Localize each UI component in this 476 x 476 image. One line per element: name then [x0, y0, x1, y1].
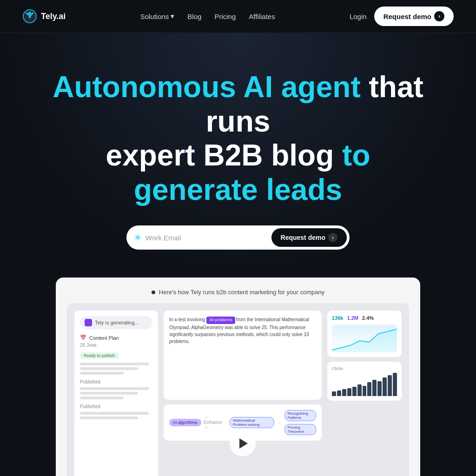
content-plan-date: 26 June — [80, 343, 152, 348]
bar — [332, 391, 336, 396]
email-input[interactable] — [145, 234, 268, 242]
svg-point-3 — [32, 13, 33, 14]
center-panel: In a test involving 30 problems from the… — [164, 311, 322, 476]
stat-136k: 136k — [332, 315, 343, 321]
bar — [357, 384, 362, 396]
mini-chart — [332, 324, 397, 352]
logo[interactable]: Tely.ai — [22, 9, 66, 24]
hero-headline: Autonomous AI agent that runs expert B2B… — [52, 70, 424, 207]
tely-generating-indicator: Tely is generating... — [80, 316, 152, 329]
bar — [372, 380, 377, 396]
bar — [383, 377, 387, 396]
bar — [337, 390, 341, 397]
clicks-card: Clicks — [327, 362, 402, 401]
nav-affiliates[interactable]: Affiliates — [249, 13, 275, 20]
flow-node-patterns: Recognizing Patterns — [284, 410, 316, 421]
skeleton — [80, 372, 124, 375]
flow-node-theorems: Proving Theorems — [284, 424, 316, 435]
arrow-icon: › — [434, 11, 444, 21]
flow-node-math: Mathematical Problem-solving — [230, 417, 274, 428]
svg-marker-4 — [332, 329, 397, 352]
arrow-icon: › — [328, 233, 337, 242]
skeleton — [80, 392, 138, 395]
flow-node-ai: AI algorithms — [169, 419, 201, 426]
svg-point-1 — [29, 12, 31, 13]
calendar-icon: 📅 — [80, 335, 86, 341]
bar-chart — [332, 373, 397, 396]
nav-solutions[interactable]: Solutions ▾ — [140, 12, 175, 20]
skeleton — [80, 363, 149, 365]
email-form: ✳ Request demo › — [126, 225, 350, 250]
navigation: Tely.ai Solutions ▾ Blog Pricing Affilia… — [0, 0, 476, 33]
nav-pricing[interactable]: Pricing — [214, 13, 236, 20]
video-container: Tely is generating... 📅 Content Plan 26 … — [67, 303, 409, 476]
nav-links: Solutions ▾ Blog Pricing Affiliates — [140, 12, 275, 20]
flow-arrow1: → Enhance → — [204, 415, 227, 430]
login-button[interactable]: Login — [350, 13, 367, 20]
bar — [352, 387, 357, 396]
skeleton — [80, 416, 138, 419]
form-icon: ✳ — [134, 232, 142, 243]
bar — [342, 389, 346, 396]
video-play-area: AI algorithms → Enhance → Mathematical P… — [164, 404, 322, 476]
request-demo-button[interactable]: Request demo › — [374, 7, 454, 26]
bar — [347, 388, 351, 397]
published-label: Published — [80, 379, 152, 384]
skeleton — [80, 387, 149, 390]
bar — [367, 382, 371, 396]
clicks-label: Clicks — [332, 366, 397, 371]
skeleton — [80, 412, 149, 415]
bar — [363, 386, 367, 397]
logo-text: Tely.ai — [41, 12, 66, 21]
skeleton — [80, 367, 138, 370]
left-panel: Tely is generating... 📅 Content Plan 26 … — [74, 311, 158, 476]
flow-arrow2: → — [277, 420, 282, 425]
video-label: Here's how Tely runs b2b content marketi… — [67, 289, 409, 296]
hero-section: Autonomous AI agent that runs expert B2B… — [0, 33, 476, 278]
dot-icon — [152, 291, 155, 294]
play-button[interactable] — [230, 430, 256, 456]
skeleton — [80, 397, 124, 399]
right-panel: 136k 1.2M 2.4% Clicks — [327, 311, 402, 476]
stat-24: 2.4% — [362, 315, 374, 321]
badge-problems: 30 problems — [206, 317, 235, 324]
video-section: Here's how Tely runs b2b content marketi… — [56, 278, 420, 476]
published-label2: Published — [80, 404, 152, 409]
nav-actions: Login Request demo › — [350, 7, 454, 26]
stats-row: 136k 1.2M 2.4% — [332, 315, 397, 321]
content-plan-header: 📅 Content Plan — [80, 335, 152, 341]
tely-logo-small — [85, 319, 92, 326]
math-article: In a test involving 30 problems from the… — [164, 311, 322, 400]
chevron-down-icon: ▾ — [171, 12, 174, 20]
status-ready: Ready to publish — [80, 352, 119, 359]
stats-card: 136k 1.2M 2.4% — [327, 311, 402, 357]
bar — [388, 375, 392, 396]
stat-1m2: 1.2M — [347, 315, 358, 321]
nav-blog[interactable]: Blog — [187, 13, 201, 20]
video-wrapper: Here's how Tely runs b2b content marketi… — [0, 278, 476, 476]
svg-point-2 — [26, 13, 28, 14]
bar — [393, 373, 397, 396]
bar — [377, 381, 382, 397]
form-request-demo-button[interactable]: Request demo › — [271, 228, 347, 247]
